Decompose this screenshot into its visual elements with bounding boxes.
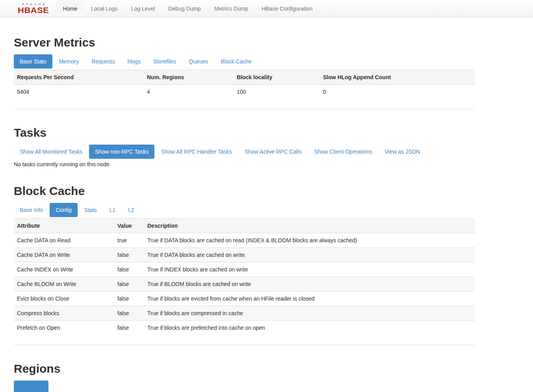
description-cell: True if blocks are prefetched into cache… <box>144 321 475 335</box>
tab-config[interactable]: Config <box>50 203 77 217</box>
slow-hlog-append-count-value: 0 <box>320 85 475 99</box>
tab-memory[interactable]: Memory <box>53 54 85 69</box>
requests-per-second-value: 5404 <box>14 85 144 99</box>
tab-requests[interactable]: Requests <box>85 54 121 69</box>
tab-view-as-json[interactable]: View as JSON <box>379 145 426 159</box>
description-cell: True if blocks are compressed in cache <box>144 306 475 321</box>
table-row: Cache BLOOM on Write false True if BLOOM… <box>14 277 475 292</box>
col-header-num-regions: Num. Regions <box>144 70 234 85</box>
nav-item-hbase-configuration[interactable]: HBase Configuration <box>255 0 319 17</box>
tab-hlogs[interactable]: hlogs <box>121 54 146 69</box>
attribute-cell: Compress blocks <box>14 306 114 321</box>
server-metrics-tabs: Base Stats Memory Requests hlogs Storefi… <box>14 54 475 69</box>
tab-stats[interactable]: Stats <box>78 203 103 217</box>
attribute-cell: Cache BLOOM on Write <box>14 277 114 292</box>
value-cell: false <box>114 306 144 321</box>
nav-item-log-level[interactable]: Log Level <box>124 0 162 17</box>
table-bottom-border <box>14 335 475 345</box>
table-row: Prefetch on Open false True if blocks ar… <box>14 321 475 335</box>
col-header-description: Description <box>144 219 475 233</box>
tab-show-all-rpc-handler-tasks[interactable]: Show All RPC Handler Tasks <box>155 145 238 159</box>
nav-item-home[interactable]: Home <box>56 0 84 17</box>
block-locality-value: 100 <box>234 85 320 99</box>
tab-show-non-rpc-tasks[interactable]: Show non-RPC Tasks <box>89 145 154 159</box>
nav-item-metrics-dump[interactable]: Metrics Dump <box>208 0 255 17</box>
attribute-cell: Cache DATA on Read <box>14 233 114 248</box>
col-header-slow-hlog-append-count: Slow HLog Append Count <box>320 70 475 85</box>
value-cell: true <box>114 233 144 248</box>
regions-section: Regions <box>14 362 475 392</box>
tab-l2[interactable]: L2 <box>122 203 140 217</box>
tasks-title: Tasks <box>14 126 475 139</box>
attribute-cell: Cache INDEX on Write <box>14 262 114 277</box>
nav-item-debug-dump[interactable]: Debug Dump <box>162 0 208 17</box>
page-content: Server Metrics Base Stats Memory Request… <box>14 36 475 392</box>
value-cell: false <box>114 292 144 306</box>
table-bottom-border <box>14 99 475 109</box>
value-cell: false <box>114 277 144 292</box>
tab-show-all-monitored-tasks[interactable]: Show All Monitored Tasks <box>14 145 88 159</box>
server-metrics-table: Requests Per Second Num. Regions Block l… <box>14 70 475 99</box>
value-cell: false <box>114 262 144 277</box>
table-row: Cache DATA on Read true True if DATA blo… <box>14 233 475 248</box>
hbase-logo[interactable]: APACHE HBASE <box>18 0 49 17</box>
regions-title: Regions <box>14 362 475 375</box>
table-row: Evict blocks on Close false True if bloc… <box>14 292 475 306</box>
logo-hbase-text: HBASE <box>18 6 49 14</box>
table-row: Cache INDEX on Write false True if INDEX… <box>14 262 475 277</box>
table-header-row: Attribute Value Description <box>14 219 475 233</box>
value-cell: false <box>114 321 144 335</box>
table-header-row: Requests Per Second Num. Regions Block l… <box>14 70 475 85</box>
tab-block-cache[interactable]: Block Cache <box>215 54 258 69</box>
description-cell: True if INDEX blocks are cached on write <box>144 262 475 277</box>
num-regions-value: 4 <box>144 85 234 99</box>
col-header-requests-per-second: Requests Per Second <box>14 70 144 85</box>
block-cache-config-table: Attribute Value Description Cache DATA o… <box>14 218 475 335</box>
tab-base-info[interactable]: Base Info <box>14 203 49 217</box>
col-header-attribute: Attribute <box>14 219 114 233</box>
table-row: Cache DATA on Write false True if DATA b… <box>14 248 475 262</box>
description-cell: True if DATA blocks are cached on write. <box>144 248 475 262</box>
table-row: Compress blocks false True if blocks are… <box>14 306 475 321</box>
regions-tab-partial[interactable] <box>14 381 48 392</box>
top-navbar: APACHE HBASE Home Local Logs Log Level D… <box>0 0 533 17</box>
description-cell: True if blocks are evicted from cache wh… <box>144 292 475 306</box>
attribute-cell: Evict blocks on Close <box>14 292 114 306</box>
main-nav: Home Local Logs Log Level Debug Dump Met… <box>56 0 319 17</box>
table-row: 5404 4 100 0 <box>14 85 475 99</box>
no-tasks-message: No tasks currently running on this node. <box>14 161 475 167</box>
nav-item-local-logs[interactable]: Local Logs <box>84 0 124 17</box>
col-header-block-locality: Block locality <box>234 70 320 85</box>
attribute-cell: Prefetch on Open <box>14 321 114 335</box>
tab-base-stats[interactable]: Base Stats <box>14 54 52 69</box>
tab-show-active-rpc-calls[interactable]: Show Active RPC Calls <box>239 145 308 159</box>
server-metrics-title: Server Metrics <box>14 36 475 49</box>
attribute-cell: Cache DATA on Write <box>14 248 114 262</box>
block-cache-title: Block Cache <box>14 184 475 198</box>
col-header-value: Value <box>114 219 144 233</box>
tasks-section: Tasks Show All Monitored Tasks Show non-… <box>14 126 475 167</box>
tab-storefiles[interactable]: Storefiles <box>147 54 182 69</box>
block-cache-section: Block Cache Base Info Config Stats L1 L2… <box>14 184 475 345</box>
block-cache-tabs: Base Info Config Stats L1 L2 <box>14 203 475 217</box>
tab-show-client-operations[interactable]: Show Client Operations <box>308 145 378 159</box>
description-cell: True if BLOOM blocks are cached on write <box>144 277 475 292</box>
value-cell: false <box>114 248 144 262</box>
server-metrics-section: Server Metrics Base Stats Memory Request… <box>14 36 475 109</box>
tab-queues[interactable]: Queues <box>183 54 214 69</box>
tab-l1[interactable]: L1 <box>104 203 122 217</box>
tasks-tabs: Show All Monitored Tasks Show non-RPC Ta… <box>14 145 475 159</box>
description-cell: True if DATA blocks are cached on read (… <box>144 233 475 248</box>
